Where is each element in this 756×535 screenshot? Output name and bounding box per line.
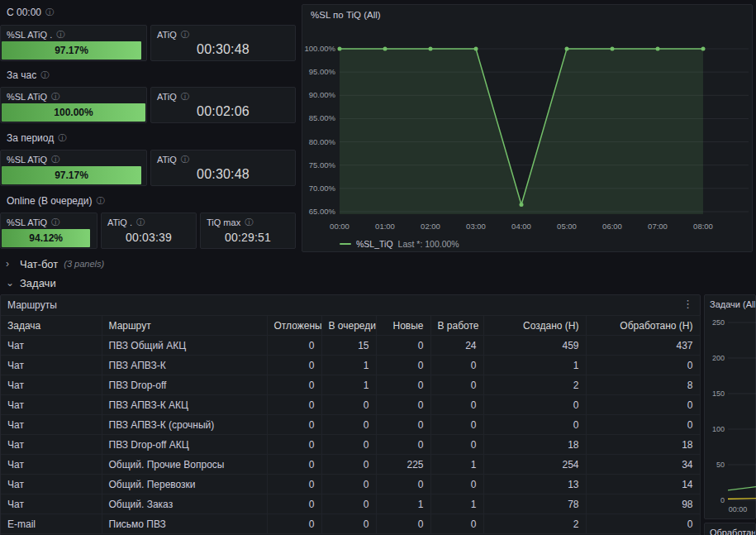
column-header[interactable]: Обработано (Н) [586, 316, 700, 336]
table-cell: 0 [430, 475, 483, 494]
info-icon[interactable]: ⓘ [40, 71, 49, 79]
table-cell: 0 [321, 494, 376, 514]
table-cell: 254 [483, 455, 586, 475]
row-header-chatbot[interactable]: › Чат-бот (3 panels) [0, 257, 756, 270]
panel-title: %SL ATiQ [7, 155, 47, 165]
table-cell: 8 [586, 375, 700, 395]
row-title: Задачи [20, 277, 56, 289]
table-cell: 24 [430, 336, 483, 356]
section-label-text: За период [7, 132, 54, 144]
sl-tiq-chart-svg[interactable]: 65.00%70.00%75.00%80.00%85.00%90.00%95.0… [302, 5, 754, 253]
panel-title: ATiQ [157, 92, 177, 102]
gauge-value: 100.00% [54, 107, 93, 118]
table-cell: 98 [586, 494, 700, 514]
info-icon[interactable]: ⓘ [45, 8, 54, 17]
info-icon[interactable]: ⓘ [56, 31, 64, 39]
routes-table-body: ЧатПВЗ Общий АКЦ015024459437ЧатПВЗ АПВЗ-… [1, 336, 700, 534]
table-cell: 1 [483, 356, 586, 375]
gauge-bar: 97.17% [2, 41, 145, 60]
column-header[interactable]: Отложены [267, 316, 321, 336]
column-header[interactable]: Создано (Н) [483, 316, 586, 336]
svg-text:80.00%: 80.00% [309, 137, 336, 146]
table-cell: Чат [1, 356, 102, 375]
table-cell: 1 [430, 494, 483, 514]
table-cell: 0 [267, 395, 321, 415]
table-row: ЧатОбщий. Прочие Вопросы00225125434 [1, 455, 700, 475]
tasks-all-chart-svg[interactable]: 05010015020025000:00 [705, 295, 756, 520]
info-icon[interactable]: ⓘ [51, 155, 59, 164]
row-title: Чат-бот [20, 258, 58, 270]
section-label-hour: За час ⓘ [7, 69, 49, 81]
info-icon[interactable]: ⓘ [181, 93, 189, 101]
column-header[interactable]: Маршрут [102, 316, 267, 336]
column-header[interactable]: В очереди ↓ [321, 316, 376, 336]
stat-value: 00:29:51 [201, 228, 295, 246]
svg-text:75.00%: 75.00% [309, 160, 336, 170]
row-header-tasks[interactable]: ⌄ Задачи [0, 276, 756, 289]
legend-series-name[interactable]: %SL_TiQ [356, 239, 393, 249]
stat-panel-atiq-period: ATiQ ⓘ 00:30:48 [150, 150, 296, 186]
table-row: E-mailПисьмо ПВЗ000020 [1, 514, 700, 534]
svg-text:07:00: 07:00 [648, 222, 668, 231]
stat-value: 00:03:39 [102, 228, 196, 246]
info-icon[interactable]: ⓘ [96, 197, 104, 205]
chart-title: %SL по TiQ (All) [311, 10, 381, 20]
table-cell: 437 [586, 336, 700, 356]
stat-value: 00:30:48 [151, 41, 295, 59]
table-cell: ПВЗ АПВЗ-К (срочный) [102, 415, 267, 435]
panel-title: ATiQ [157, 155, 177, 165]
table-cell: 225 [376, 455, 430, 475]
table-cell: ПВЗ АПВЗ-К АКЦ [102, 395, 267, 415]
table-cell: Чат [1, 415, 102, 435]
svg-text:50: 50 [716, 461, 725, 469]
grafana-dashboard: { "colors": { "background": "#111217", "… [0, 0, 756, 535]
info-icon[interactable]: ⓘ [136, 218, 145, 227]
table-cell: ПВЗ АПВЗ-К [102, 356, 267, 375]
svg-text:04:00: 04:00 [511, 222, 531, 231]
table-cell: Общий. Прочие Вопросы [102, 455, 267, 475]
svg-text:01:00: 01:00 [375, 222, 395, 231]
table-cell: Чат [1, 395, 102, 415]
table-cell: 0 [267, 415, 321, 435]
svg-text:85.00%: 85.00% [309, 113, 336, 122]
table-cell: 0 [267, 475, 321, 494]
info-icon[interactable]: ⓘ [181, 155, 189, 164]
gauge-value: 94.12% [29, 232, 63, 244]
table-cell: 0 [376, 375, 430, 395]
table-cell: 13 [483, 475, 586, 494]
table-cell: 14 [586, 475, 700, 494]
column-header[interactable]: В работе [430, 316, 483, 336]
stat-value: 00:02:06 [151, 103, 295, 121]
table-cell: 0 [586, 514, 700, 534]
svg-text:05:00: 05:00 [557, 222, 577, 231]
panel-title: %SL ATiQ [7, 92, 47, 102]
table-row: ЧатОбщий. Заказ00117898 [1, 494, 700, 514]
table-cell: 0 [321, 455, 376, 475]
table-row: ЧатПВЗ Drop-off АКЦ00001818 [1, 435, 700, 455]
table-cell: 18 [483, 435, 586, 455]
section-label-period: За период ⓘ [7, 132, 66, 144]
svg-text:150: 150 [712, 389, 725, 398]
info-icon[interactable]: ⓘ [181, 31, 189, 39]
table-cell: 0 [321, 395, 376, 415]
info-icon[interactable]: ⓘ [51, 218, 59, 227]
table-cell: 0 [267, 455, 321, 475]
stat-panel-tiq-max-online: TiQ max ⓘ 00:29:51 [200, 213, 296, 249]
table-cell: 2 [483, 514, 586, 534]
svg-text:95.00%: 95.00% [309, 67, 336, 76]
table-cell: 1 [321, 356, 376, 375]
table-cell: 78 [483, 494, 586, 514]
info-icon[interactable]: ⓘ [245, 218, 253, 227]
table-cell: Чат [1, 455, 102, 475]
chart-legend: %SL_TiQ Last *: 100.00% [340, 239, 459, 249]
table-cell: 34 [586, 455, 700, 475]
column-header[interactable]: Задача [1, 316, 102, 336]
info-icon[interactable]: ⓘ [58, 134, 66, 142]
stat-panel-atiq-day: ATiQ ⓘ 00:30:48 [150, 25, 296, 61]
section-label-online: Online (В очереди) ⓘ [7, 195, 104, 207]
info-icon[interactable]: ⓘ [51, 93, 59, 101]
panel-menu-icon[interactable]: ⋮ [682, 298, 693, 310]
table-cell: 0 [267, 336, 321, 356]
table-cell: 0 [376, 336, 430, 356]
column-header[interactable]: Новые [376, 316, 430, 336]
